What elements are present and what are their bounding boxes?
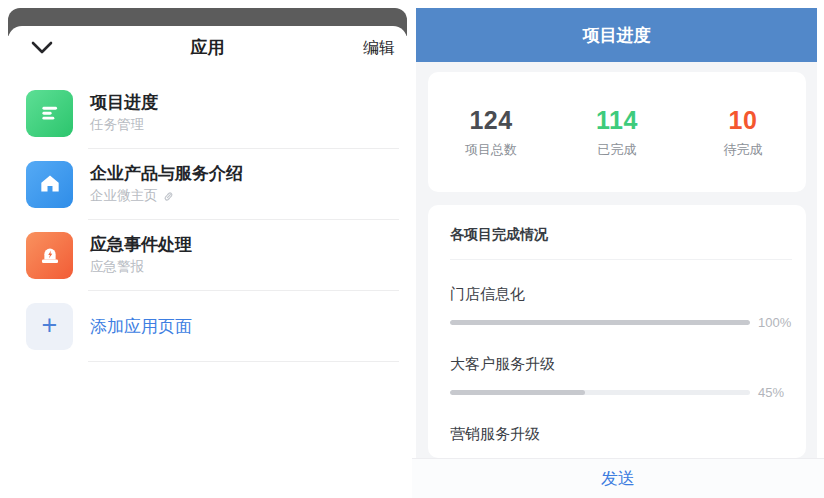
preview-header: 项目进度 <box>416 8 817 62</box>
divider <box>450 259 792 260</box>
progress-track <box>450 320 750 325</box>
app-item-subtitle: 应急警报 <box>90 258 192 276</box>
progress-bar-row: 100% <box>450 315 798 330</box>
app-list: 项目进度 任务管理 企业产品与服务介绍 企业微主页 <box>8 78 407 362</box>
screen: 应用 编辑 项目进度 任务管理 <box>0 0 824 498</box>
progress-bar-row: 45% <box>450 385 798 400</box>
edit-button[interactable]: 编辑 <box>363 38 395 59</box>
project-row: 营销服务升级 50% <box>450 424 798 458</box>
project-name: 营销服务升级 <box>450 424 798 444</box>
app-item-title: 企业产品与服务介绍 <box>90 163 243 184</box>
app-item-text: 企业产品与服务介绍 企业微主页 <box>90 163 243 205</box>
progress-track <box>450 390 750 395</box>
stat-total: 124 项目总数 <box>428 106 554 159</box>
home-icon <box>26 161 73 208</box>
alarm-icon <box>26 232 73 279</box>
plus-glyph: + <box>42 312 58 339</box>
preview-header-title: 项目进度 <box>583 24 651 47</box>
project-progress-preview: 项目进度 124 项目总数 114 已完成 10 待完成 各项目完成情况 门店信… <box>412 0 824 498</box>
projects-card: 各项目完成情况 门店信息化 100% 大客户服务升级 45% <box>428 205 806 458</box>
project-name: 大客户服务升级 <box>450 354 798 374</box>
send-button[interactable]: 发送 <box>412 458 824 498</box>
progress-fill <box>450 320 750 325</box>
app-item-title: 项目进度 <box>90 92 158 113</box>
divider <box>88 361 399 362</box>
progress-percent: 100% <box>758 315 798 330</box>
app-item-text: 应急事件处理 应急警报 <box>90 234 192 276</box>
app-list-item-company-intro[interactable]: 企业产品与服务介绍 企业微主页 <box>8 149 407 219</box>
stat-completed-label: 已完成 <box>598 141 637 159</box>
projects-section-title: 各项目完成情况 <box>450 205 798 244</box>
chevron-down-icon[interactable] <box>30 40 54 56</box>
stat-completed: 114 已完成 <box>554 106 680 159</box>
stats-card: 124 项目总数 114 已完成 10 待完成 <box>428 72 806 192</box>
stat-pending: 10 待完成 <box>680 106 806 159</box>
bottom-sheet: 应用 编辑 项目进度 任务管理 <box>8 26 407 498</box>
stat-completed-value: 114 <box>596 106 638 135</box>
app-list-item-project-progress[interactable]: 项目进度 任务管理 <box>8 78 407 148</box>
stat-total-label: 项目总数 <box>465 141 517 159</box>
progress-percent: 45% <box>758 385 798 400</box>
stat-total-value: 124 <box>469 106 512 135</box>
app-item-subtitle: 任务管理 <box>90 116 158 134</box>
stat-pending-value: 10 <box>729 106 758 135</box>
task-list-icon <box>26 90 73 137</box>
app-item-title: 应急事件处理 <box>90 234 192 255</box>
app-item-subtitle-text: 企业微主页 <box>90 187 158 205</box>
progress-fill <box>450 390 585 395</box>
project-name: 门店信息化 <box>450 284 798 304</box>
add-app-page-row[interactable]: + 添加应用页面 <box>8 291 407 361</box>
sheet-title: 应用 <box>8 36 407 59</box>
add-app-page-label: 添加应用页面 <box>90 315 192 338</box>
sheet-header: 应用 编辑 <box>8 26 407 64</box>
link-icon <box>162 190 175 203</box>
send-button-label: 发送 <box>601 467 635 490</box>
app-item-text: 项目进度 任务管理 <box>90 92 158 134</box>
app-list-item-emergency[interactable]: 应急事件处理 应急警报 <box>8 220 407 290</box>
app-picker-panel: 应用 编辑 项目进度 任务管理 <box>0 0 407 498</box>
project-row: 门店信息化 100% <box>450 284 798 330</box>
plus-icon: + <box>26 303 73 350</box>
project-row: 大客户服务升级 45% <box>450 354 798 400</box>
stat-pending-label: 待完成 <box>724 141 763 159</box>
app-item-subtitle: 企业微主页 <box>90 187 243 205</box>
